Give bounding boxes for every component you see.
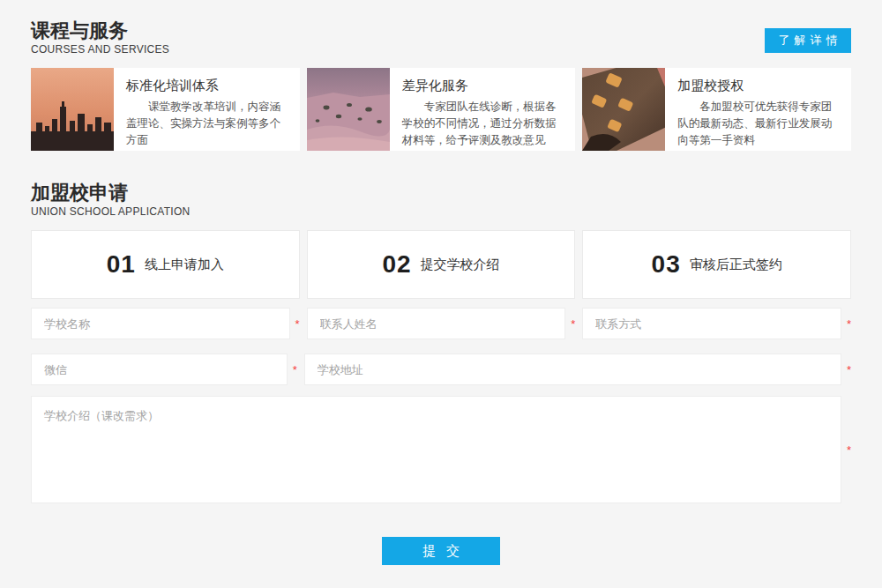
- card-title: 标准化培训体系: [126, 78, 288, 94]
- step-number: 03: [652, 250, 681, 279]
- step-number: 01: [107, 250, 136, 279]
- wechat-input[interactable]: [31, 354, 288, 385]
- service-card-authorization: 加盟校授权 各加盟校可优先获得专家团队的最新动态、最新行业发展动向等第一手资料: [582, 68, 851, 151]
- submit-row: 提 交: [31, 537, 851, 565]
- form-row-3: *: [31, 396, 851, 503]
- step-label: 线上申请加入: [145, 257, 224, 273]
- required-asterisk: *: [293, 364, 297, 376]
- required-asterisk: *: [847, 444, 851, 456]
- card-body: 差异化服务 专家团队在线诊断，根据各学校的不同情况，通过分析数据材料等，给予评测…: [390, 68, 576, 151]
- school-address-input[interactable]: [304, 354, 841, 385]
- card-title: 加盟校授权: [677, 78, 839, 94]
- card-description: 各加盟校可优先获得专家团队的最新动态、最新行业发展动向等第一手资料: [677, 99, 839, 148]
- services-section-header: 课程与服务 COURSES AND SERVICES 了解详情: [31, 18, 851, 56]
- learn-more-button[interactable]: 了解详情: [765, 28, 851, 53]
- services-subtitle: COURSES AND SERVICES: [31, 43, 851, 56]
- school-address-field-wrap: *: [304, 354, 851, 385]
- contact-method-field-wrap: *: [582, 308, 851, 339]
- form-row-2: * *: [31, 354, 851, 385]
- required-asterisk: *: [571, 318, 575, 330]
- desert-dusk-image: [307, 68, 390, 151]
- contact-name-field-wrap: *: [307, 308, 576, 339]
- school-name-field-wrap: *: [31, 308, 300, 339]
- required-asterisk: *: [847, 318, 851, 330]
- card-body: 标准化培训体系 课堂教学改革培训，内容涵盖理论、实操方法与案例等多个方面: [114, 68, 300, 151]
- application-steps: 01 线上申请加入 02 提交学校介绍 03 审核后正式签约: [31, 230, 851, 299]
- application-section-header: 加盟校申请 UNION SCHOOL APPLICATION: [31, 180, 851, 219]
- contact-name-input[interactable]: [307, 308, 566, 339]
- application-title: 加盟校申请: [31, 180, 851, 205]
- service-card-training: 标准化培训体系 课堂教学改革培训，内容涵盖理论、实操方法与案例等多个方面: [31, 68, 300, 151]
- page: 课程与服务 COURSES AND SERVICES 了解详情: [0, 0, 882, 565]
- card-title: 差异化服务: [402, 78, 564, 94]
- required-asterisk: *: [295, 318, 300, 330]
- contact-method-input[interactable]: [582, 308, 841, 339]
- step-label: 审核后正式签约: [690, 257, 782, 273]
- card-description: 专家团队在线诊断，根据各学校的不同情况，通过分析数据材料等，给予评测及教改意见: [402, 99, 564, 148]
- service-cards: 标准化培训体系 课堂教学改革培训，内容涵盖理论、实操方法与案例等多个方面: [31, 68, 851, 151]
- step-apply-online: 01 线上申请加入: [31, 230, 300, 299]
- film-strip-image: [582, 68, 665, 151]
- step-submit-intro: 02 提交学校介绍: [307, 230, 576, 299]
- submit-button[interactable]: 提 交: [382, 537, 500, 565]
- step-label: 提交学校介绍: [421, 257, 500, 273]
- wechat-field-wrap: *: [31, 354, 297, 385]
- step-number: 02: [382, 250, 411, 279]
- required-asterisk: *: [847, 364, 851, 376]
- application-form: * * * * * *: [31, 308, 851, 565]
- services-title: 课程与服务: [31, 18, 851, 43]
- service-card-differentiated: 差异化服务 专家团队在线诊断，根据各学校的不同情况，通过分析数据材料等，给予评测…: [307, 68, 576, 151]
- school-intro-field-wrap: *: [31, 396, 851, 503]
- school-name-input[interactable]: [31, 308, 290, 339]
- city-skyline-sunset-image: [31, 68, 114, 151]
- form-row-1: * * *: [31, 308, 851, 339]
- step-sign-contract: 03 审核后正式签约: [582, 230, 851, 299]
- card-body: 加盟校授权 各加盟校可优先获得专家团队的最新动态、最新行业发展动向等第一手资料: [665, 68, 851, 151]
- school-intro-textarea[interactable]: [31, 396, 841, 503]
- application-subtitle: UNION SCHOOL APPLICATION: [31, 205, 851, 219]
- card-description: 课堂教学改革培训，内容涵盖理论、实操方法与案例等多个方面: [126, 99, 288, 148]
